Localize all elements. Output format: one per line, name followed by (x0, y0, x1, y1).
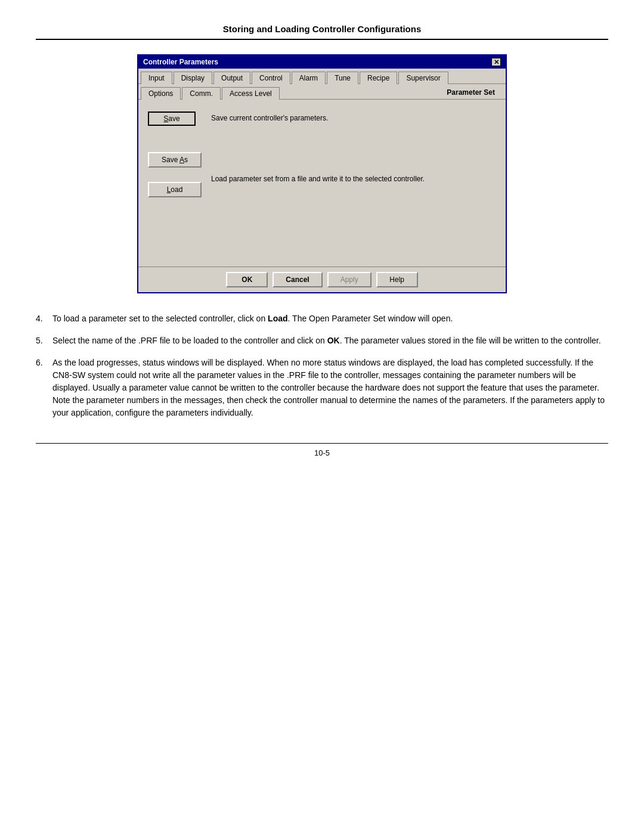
tab-row-1: Input Display Output Control Alarm Tune … (138, 69, 506, 84)
ok-button[interactable]: OK (226, 272, 268, 287)
tab-tune[interactable]: Tune (327, 72, 358, 84)
item5-rest: . The parameter values stored in the fil… (340, 336, 601, 345)
cancel-button[interactable]: Cancel (273, 272, 322, 287)
tab-supervisor[interactable]: Supervisor (398, 72, 448, 84)
tab-comm[interactable]: Comm. (182, 87, 221, 100)
list-content-6: As the load progresses, status windows w… (52, 357, 608, 419)
page-header: Storing and Loading Controller Configura… (36, 24, 608, 40)
tab-output[interactable]: Output (213, 72, 250, 84)
load-button[interactable]: Load (148, 182, 202, 197)
content-grid: Save Save As Load Save current controlle… (148, 109, 496, 197)
item5-bold: OK (327, 336, 340, 345)
list-number-4: 4. (36, 312, 52, 325)
list-number-6: 6. (36, 357, 52, 419)
save-button[interactable]: Save (148, 112, 196, 126)
item4-text: To load a parameter set to the selected … (52, 314, 268, 323)
dialog-content: Save Save As Load Save current controlle… (138, 100, 506, 267)
tab-control[interactable]: Control (252, 72, 290, 84)
list-content-4: To load a parameter set to the selected … (52, 312, 608, 325)
page-footer: 10-5 (36, 443, 608, 457)
tab-alarm[interactable]: Alarm (292, 72, 326, 84)
dialog-title-bar: Controller Parameters ✕ (138, 55, 506, 69)
item4-rest: . The Open Parameter Set window will ope… (288, 314, 453, 323)
item4-bold: Load (268, 314, 287, 323)
description-column: Save current controller's parameters. Lo… (211, 109, 496, 183)
controller-parameters-dialog: Controller Parameters ✕ Input Display Ou… (137, 54, 507, 293)
list-item-5: 5. Select the name of the .PRF file to b… (36, 335, 608, 347)
list-item-4: 4. To load a parameter set to the select… (36, 312, 608, 325)
item5-text: Select the name of the .PRF file to be l… (52, 336, 327, 345)
tab-row-2: Options Comm. Access Level Parameter Set (138, 84, 506, 100)
dialog-close-button[interactable]: ✕ (491, 58, 501, 66)
list-item-6: 6. As the load progresses, status window… (36, 357, 608, 419)
tab-options[interactable]: Options (141, 87, 181, 100)
instruction-list: 4. To load a parameter set to the select… (36, 312, 608, 419)
dialog-title: Controller Parameters (143, 58, 218, 66)
load-description: Load parameter set from a file and write… (211, 175, 496, 183)
tab-display[interactable]: Display (174, 72, 212, 84)
save-as-button[interactable]: Save As (148, 152, 202, 168)
tab-parameter-set-label: Parameter Set (439, 86, 502, 99)
tab-access-level[interactable]: Access Level (222, 87, 280, 100)
list-content-5: Select the name of the .PRF file to be l… (52, 335, 608, 347)
dialog-footer: OK Cancel Apply Help (138, 267, 506, 292)
tab-recipe[interactable]: Recipe (360, 72, 397, 84)
list-number-5: 5. (36, 335, 52, 347)
dialog-wrapper: Controller Parameters ✕ Input Display Ou… (36, 54, 608, 293)
help-button[interactable]: Help (376, 272, 418, 287)
apply-button[interactable]: Apply (327, 272, 371, 287)
button-column: Save Save As Load (148, 109, 202, 197)
tab-input[interactable]: Input (141, 72, 172, 84)
save-description: Save current controller's parameters. (211, 114, 496, 122)
